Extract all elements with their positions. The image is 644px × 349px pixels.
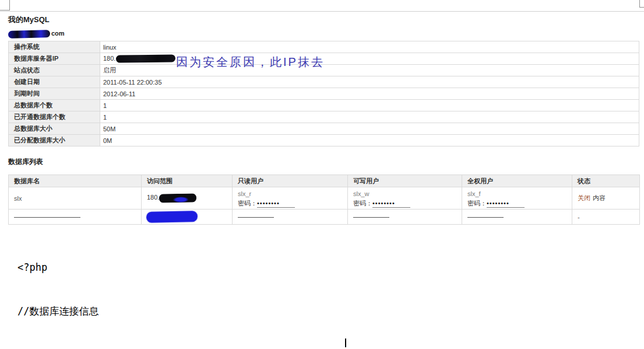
censored-ip-scribble	[116, 55, 175, 63]
full-user-cell	[462, 210, 572, 225]
row-label: 数据库服务器IP	[9, 53, 100, 65]
row-label: 总数据库大小	[9, 123, 100, 135]
column-header: 状态	[572, 175, 640, 187]
status-cell: 关闭内容	[572, 187, 640, 210]
close-link[interactable]: 关闭	[578, 194, 590, 201]
censored-domain-scribble	[8, 30, 50, 39]
row-value: 1	[100, 111, 639, 123]
crop-mark-top-left	[0, 0, 10, 11]
table-row: 已分配数据库大小 0M	[9, 135, 639, 146]
censored-blue-blob	[147, 211, 197, 222]
password-field: ••••••••	[257, 200, 295, 208]
table-row: 总数据库大小 50M	[9, 123, 639, 135]
readonly-user-cell: slx_r 密码：••••••••	[233, 187, 348, 210]
database-row-empty: -	[9, 210, 640, 225]
status-cell: -	[572, 210, 640, 225]
crop-mark-top-right	[639, 0, 644, 8]
table-row: 总数据库个数 1	[9, 100, 639, 111]
username: slx_r	[238, 190, 251, 197]
db-list-heading: 数据库列表	[8, 157, 43, 167]
content-link[interactable]: 内容	[593, 194, 606, 201]
row-value: 0M	[100, 135, 639, 146]
blank-underline	[353, 217, 389, 218]
table-row: 已开通数据库个数 1	[9, 111, 639, 123]
db-name-cell: slx	[9, 187, 142, 210]
blank-underline	[14, 217, 80, 218]
column-header: 只读用户	[233, 175, 348, 187]
blank-underline	[238, 217, 274, 218]
row-value: linux	[100, 41, 639, 53]
password-dots: ••••••••	[257, 200, 280, 207]
page-title: 我的MySQL	[8, 15, 50, 25]
column-header: 数据库名	[9, 175, 142, 187]
password-label: 密码：	[238, 200, 257, 207]
column-header: 可写用户	[348, 175, 462, 187]
text-cursor[interactable]	[345, 338, 346, 347]
security-annotation: 因为安全原因，此IP抹去	[176, 54, 325, 70]
row-value: 50M	[100, 123, 639, 135]
php-code-block: <?php //数据库连接信息 $cfg_dbhost = '此项应该填数据库I…	[17, 231, 305, 349]
table-row: 操作系统 linux	[9, 41, 639, 53]
column-header: 全权用户	[462, 175, 572, 187]
code-line: //数据库连接信息	[17, 304, 305, 319]
ip-prefix: 180.	[147, 194, 159, 201]
code-line: <?php	[17, 260, 305, 275]
column-header: 访问范围	[142, 175, 233, 187]
row-label: 到期时间	[9, 88, 100, 100]
database-row: slx 180. slx_r 密码：•••••••• slx_w 密码：••••…	[9, 187, 640, 210]
blank-underline	[467, 217, 504, 218]
write-user-cell: slx_w 密码：••••••••	[348, 187, 462, 210]
row-label: 已开通数据库个数	[9, 111, 100, 123]
access-range-cell: 180.	[142, 187, 233, 210]
censored-ip-scribble	[159, 193, 196, 203]
username: slx_f	[467, 190, 481, 197]
row-label: 总数据库个数	[9, 100, 100, 111]
row-value: 2012-06-11	[100, 88, 639, 100]
db-name-cell	[9, 210, 142, 225]
password-field: ••••••••	[372, 200, 410, 208]
password-label: 密码：	[467, 200, 487, 207]
row-label: 操作系统	[9, 41, 100, 53]
access-range-cell	[142, 210, 233, 225]
row-value: 2011-05-11 22:00:35	[100, 76, 639, 88]
ip-prefix: 180.	[103, 55, 115, 62]
top-divider	[0, 11, 644, 12]
readonly-user-cell	[233, 210, 348, 225]
password-dots: ••••••••	[487, 200, 509, 207]
table-header-row: 数据库名 访问范围 只读用户 可写用户 全权用户 状态	[9, 175, 640, 187]
username: slx_w	[353, 190, 369, 197]
table-row: 到期时间 2012-06-11	[9, 88, 639, 100]
row-label: 创建日期	[9, 76, 100, 88]
write-user-cell	[348, 210, 462, 225]
database-list-table: 数据库名 访问范围 只读用户 可写用户 全权用户 状态 slx 180. slx…	[8, 175, 640, 225]
table-row: 创建日期 2011-05-11 22:00:35	[9, 76, 639, 88]
row-value: 1	[100, 100, 639, 111]
full-user-cell: slx_f 密码：••••••••	[462, 187, 572, 210]
document-page: 我的MySQL com 操作系统 linux 数据库服务器IP 180. 站点状…	[0, 0, 644, 349]
domain-suffix: com	[51, 30, 65, 37]
row-label: 已分配数据库大小	[9, 135, 100, 146]
status-dash: -	[578, 214, 580, 221]
row-label: 站点状态	[9, 65, 100, 76]
password-label: 密码：	[353, 200, 372, 207]
domain-row: com	[8, 30, 65, 39]
password-field: ••••••••	[487, 200, 525, 208]
password-dots: ••••••••	[372, 200, 395, 207]
